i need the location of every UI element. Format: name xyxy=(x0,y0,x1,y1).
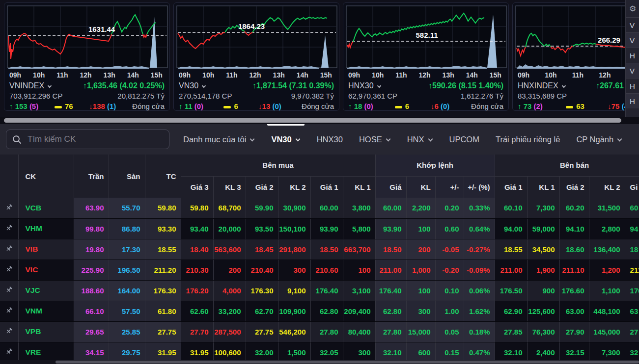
ceiling-cell[interactable]: 63.90 xyxy=(74,198,109,218)
sell-price-1-cell[interactable]: 60.10 xyxy=(495,198,527,218)
sell-vol-2-cell[interactable]: 31,500 xyxy=(589,198,625,218)
match-change-pct-cell[interactable]: -0.27% xyxy=(464,239,495,260)
buy-vol-2-cell[interactable]: 9,100 xyxy=(278,280,310,301)
ticker-cell[interactable]: VRE xyxy=(18,342,74,363)
mini-index-item[interactable]: H xyxy=(626,48,639,63)
gear-icon[interactable]: ⚙ xyxy=(629,4,636,13)
buy-vol-3-cell[interactable]: 20,000 xyxy=(213,218,246,239)
match-price-cell[interactable]: 18.50 xyxy=(375,239,406,260)
pin-button[interactable] xyxy=(0,218,18,239)
table-scrollbar-thumb[interactable] xyxy=(56,361,639,364)
match-change-cell[interactable]: 0.20 xyxy=(435,198,464,218)
buy-vol-3-cell[interactable]: 287,500 xyxy=(213,321,246,342)
mini-index-item[interactable]: H xyxy=(626,93,639,108)
sell-vol-2-cell[interactable]: 145,000 xyxy=(589,321,625,342)
buy-vol-3-cell[interactable]: 68,700 xyxy=(213,198,246,218)
reference-cell[interactable]: 93.30 xyxy=(145,218,181,239)
buy-price-2-cell[interactable]: 59.90 xyxy=(246,198,278,218)
match-price-cell[interactable]: 27.80 xyxy=(375,321,406,342)
buy-price-1-cell[interactable]: 60.00 xyxy=(310,198,343,218)
match-price-cell[interactable]: 60.00 xyxy=(375,198,406,218)
match-change-cell[interactable]: -0.05 xyxy=(435,239,464,260)
buy-vol-1-cell[interactable]: 663,700 xyxy=(343,239,375,260)
match-vol-cell[interactable]: 600 xyxy=(406,342,435,363)
buy-price-1-cell[interactable]: 18.50 xyxy=(310,239,343,260)
match-change-pct-cell[interactable]: 0.64% xyxy=(464,218,495,239)
sell-vol-1-cell[interactable]: 34,500 xyxy=(527,239,559,260)
index-name-dropdown[interactable]: HNXINDEX xyxy=(518,81,566,90)
tab-cp-nganh[interactable]: CP Ngành xyxy=(576,124,622,155)
match-change-pct-cell[interactable]: 1.62% xyxy=(464,301,495,321)
match-vol-cell[interactable]: 15,000 xyxy=(406,321,435,342)
match-change-pct-cell[interactable]: 0.47% xyxy=(464,342,495,363)
match-price-cell[interactable]: 62.80 xyxy=(375,301,406,321)
sell-vol-2-cell[interactable]: 448,100 xyxy=(589,301,625,321)
ceiling-cell[interactable]: 19.80 xyxy=(74,239,109,260)
mini-index-item[interactable]: V xyxy=(626,17,639,32)
sell-price-1-cell[interactable]: 62.90 xyxy=(495,301,527,321)
buy-vol-2-cell[interactable]: 300 xyxy=(278,260,310,280)
buy-vol-1-cell[interactable]: 5,800 xyxy=(343,218,375,239)
sell-price-1-cell[interactable]: 18.55 xyxy=(495,239,527,260)
sell-vol-1-cell[interactable]: 2,400 xyxy=(527,342,559,363)
tab-hnx30[interactable]: HNX30 xyxy=(317,124,343,155)
sell-vol-1-cell[interactable]: 1,900 xyxy=(527,260,559,280)
index-name-dropdown[interactable]: VN30 xyxy=(179,81,206,90)
buy-vol-2-cell[interactable]: 109,900 xyxy=(278,301,310,321)
index-name-dropdown[interactable]: HNX30 xyxy=(348,81,382,90)
floor-cell[interactable]: 55.70 xyxy=(109,198,145,218)
mini-index-item[interactable]: V xyxy=(626,63,639,78)
sell-vol-1-cell[interactable]: 76,300 xyxy=(527,321,559,342)
buy-vol-2-cell[interactable]: 150,100 xyxy=(278,218,310,239)
ceiling-cell[interactable]: 29.65 xyxy=(74,321,109,342)
buy-price-1-cell[interactable]: 32.05 xyxy=(310,342,343,363)
pin-button[interactable] xyxy=(0,198,18,218)
match-change-pct-cell[interactable]: 0.33% xyxy=(464,198,495,218)
sell-price-2-cell[interactable]: 18.60 xyxy=(559,239,589,260)
sell-price-1-cell[interactable]: 211.00 xyxy=(495,260,527,280)
buy-vol-2-cell[interactable]: 1,500 xyxy=(278,342,310,363)
buy-vol-1-cell[interactable]: 3,800 xyxy=(343,198,375,218)
buy-price-1-cell[interactable]: 93.90 xyxy=(310,218,343,239)
sell-price-3-cell[interactable]: 94 xyxy=(625,218,639,239)
floor-cell[interactable]: 86.80 xyxy=(109,218,145,239)
match-vol-cell[interactable]: 200 xyxy=(406,239,435,260)
buy-price-3-cell[interactable]: 59.80 xyxy=(181,198,213,218)
floor-cell[interactable]: 25.85 xyxy=(109,321,145,342)
floor-cell[interactable]: 17.30 xyxy=(109,239,145,260)
match-change-cell[interactable]: 0.15 xyxy=(435,342,464,363)
sell-price-3-cell[interactable]: 211 xyxy=(625,260,639,280)
match-price-cell[interactable]: 176.40 xyxy=(375,280,406,301)
ticker-cell[interactable]: VCB xyxy=(18,198,74,218)
match-change-cell[interactable]: 0.05 xyxy=(435,321,464,342)
sell-price-3-cell[interactable]: 27 xyxy=(625,321,639,342)
buy-price-2-cell[interactable]: 18.45 xyxy=(246,239,278,260)
search-input[interactable] xyxy=(28,134,163,144)
sell-price-3-cell[interactable]: 176 xyxy=(625,280,639,301)
sell-vol-2-cell[interactable]: 2,800 xyxy=(589,218,625,239)
match-change-pct-cell[interactable]: -0.09% xyxy=(464,260,495,280)
match-vol-cell[interactable]: 1,000 xyxy=(406,260,435,280)
ceiling-cell[interactable]: 66.10 xyxy=(74,301,109,321)
sell-price-3-cell[interactable]: 18 xyxy=(625,239,639,260)
buy-vol-3-cell[interactable]: 4,000 xyxy=(213,280,246,301)
tab-vn30[interactable]: VN30 xyxy=(271,124,300,155)
tab-trai-phieu-rieng-le[interactable]: Trái phiếu riêng lẻ xyxy=(496,124,560,155)
ticker-cell[interactable]: VNM xyxy=(18,301,74,321)
buy-vol-2-cell[interactable]: 546,200 xyxy=(278,321,310,342)
search-box[interactable] xyxy=(6,130,169,149)
sell-vol-1-cell[interactable]: 7,300 xyxy=(527,198,559,218)
ceiling-cell[interactable]: 225.90 xyxy=(74,260,109,280)
tab-hnx[interactable]: HNX xyxy=(407,124,433,155)
ticker-cell[interactable]: VHM xyxy=(18,218,74,239)
sell-price-2-cell[interactable]: 32.15 xyxy=(559,342,589,363)
match-change-cell[interactable]: 0.10 xyxy=(435,280,464,301)
buy-price-1-cell[interactable]: 176.40 xyxy=(310,280,343,301)
match-change-cell[interactable]: 1.00 xyxy=(435,301,464,321)
reference-cell[interactable]: 18.55 xyxy=(145,239,181,260)
tab-upcom[interactable]: UPCOM xyxy=(449,124,479,155)
sell-vol-2-cell[interactable]: 1,100 xyxy=(589,280,625,301)
buy-price-2-cell[interactable]: 27.75 xyxy=(246,321,278,342)
match-vol-cell[interactable]: 100 xyxy=(406,218,435,239)
buy-price-3-cell[interactable]: 176.20 xyxy=(181,280,213,301)
